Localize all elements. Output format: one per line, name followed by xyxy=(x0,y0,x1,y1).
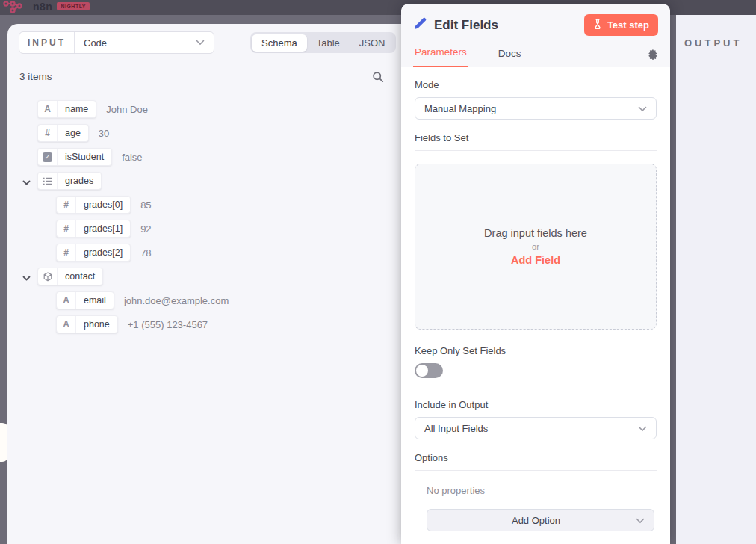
add-option-select[interactable]: Add Option xyxy=(427,509,654,531)
object-type-icon xyxy=(38,268,58,285)
tab-parameters[interactable]: Parameters xyxy=(413,46,468,67)
keep-only-set-fields-label: Keep Only Set Fields xyxy=(415,345,657,356)
search-icon[interactable] xyxy=(370,69,386,85)
tree-row: Aemailjohn.doe@example.com xyxy=(7,288,407,312)
nightly-badge: NIGHTLY xyxy=(57,2,90,10)
tab-docs[interactable]: Docs xyxy=(497,48,523,67)
dropzone-text: Drag input fields here xyxy=(484,227,587,239)
string-type-icon: A xyxy=(38,101,58,117)
input-source-select[interactable]: Code xyxy=(75,32,214,53)
node-settings-panel: Edit Fields Test step Parameters Docs Mo… xyxy=(401,4,670,544)
field-pill[interactable]: contact xyxy=(37,268,103,285)
number-type-icon: # xyxy=(57,244,76,261)
drag-fields-dropzone[interactable]: Drag input fields here or Add Field xyxy=(415,164,657,330)
mode-label: Mode xyxy=(415,79,657,90)
field-name: grades[2] xyxy=(76,244,130,261)
chevron-down-icon xyxy=(196,40,205,46)
field-value: john.doe@example.com xyxy=(124,295,229,306)
field-value: 78 xyxy=(140,247,151,259)
string-type-icon: A xyxy=(57,316,76,333)
collapse-chevron-icon[interactable] xyxy=(22,271,31,285)
field-value: 92 xyxy=(140,223,151,235)
node-parameters-body: Mode Manual Mapping Fields to Set Drag i… xyxy=(401,67,670,531)
input-panel: INPUT Code SchemaTableJSON 3 items Aname… xyxy=(7,24,407,544)
field-name: isStudent xyxy=(58,149,111,165)
field-pill[interactable]: #grades[2] xyxy=(56,244,131,262)
gear-icon[interactable] xyxy=(647,49,658,61)
field-name: grades[1] xyxy=(76,220,130,237)
collapse-chevron-icon[interactable] xyxy=(22,176,31,189)
field-pill[interactable]: grades xyxy=(37,172,102,190)
view-tab-schema[interactable]: Schema xyxy=(252,34,307,52)
number-type-icon: # xyxy=(57,197,76,213)
input-view-tabs: SchemaTableJSON xyxy=(250,32,396,53)
output-panel-label: OUTPUT xyxy=(684,37,742,49)
string-type-icon: A xyxy=(57,292,76,309)
test-step-button[interactable]: Test step xyxy=(584,14,658,36)
field-value: 85 xyxy=(140,200,151,211)
tree-row: contact xyxy=(7,265,407,288)
schema-tree: AnameJohn Doe#age30✓isStudentfalsegrades… xyxy=(7,97,407,336)
flask-icon xyxy=(593,19,602,31)
input-source-control: INPUT Code xyxy=(19,31,214,54)
tree-row: #grades[1]92 xyxy=(7,217,407,241)
n8n-logo-icon: n8n NIGHTLY xyxy=(3,1,90,13)
output-panel: OUTPUT xyxy=(676,15,756,544)
mode-value: Manual Mapping xyxy=(424,103,496,114)
pencil-icon xyxy=(413,16,427,34)
field-name: name xyxy=(58,101,96,117)
tree-row: #age30 xyxy=(7,121,407,145)
options-label: Options xyxy=(415,452,657,471)
field-pill[interactable]: Aphone xyxy=(56,315,118,333)
add-field-link[interactable]: Add Field xyxy=(511,254,560,266)
field-value: +1 (555) 123-4567 xyxy=(128,319,208,330)
field-value: 30 xyxy=(99,128,109,139)
test-step-label: Test step xyxy=(607,19,649,31)
fields-to-set-label: Fields to Set xyxy=(415,132,657,151)
field-name: grades xyxy=(58,173,101,189)
field-pill[interactable]: #age xyxy=(37,124,89,142)
tree-row: Aphone+1 (555) 123-4567 xyxy=(7,312,407,336)
input-source-value: Code xyxy=(84,37,107,49)
field-pill[interactable]: #grades[0] xyxy=(56,196,131,214)
field-pill[interactable]: #grades[1] xyxy=(56,220,131,238)
field-pill[interactable]: ✓isStudent xyxy=(37,148,112,166)
field-name: contact xyxy=(58,268,102,285)
field-name: email xyxy=(76,292,114,309)
mode-select[interactable]: Manual Mapping xyxy=(415,97,657,120)
dropzone-or-text: or xyxy=(532,242,539,251)
keep-only-set-fields-toggle[interactable] xyxy=(415,363,443,378)
node-panel-header: Edit Fields Test step Parameters Docs xyxy=(401,4,670,67)
tree-row: grades xyxy=(7,169,407,193)
add-option-label: Add Option xyxy=(436,515,636,526)
array-type-icon xyxy=(38,173,58,189)
view-tab-json[interactable]: JSON xyxy=(350,34,395,52)
options-empty-text: No properties xyxy=(427,485,657,496)
tree-row: ✓isStudentfalse xyxy=(7,145,407,169)
field-pill[interactable]: Aname xyxy=(37,100,96,118)
view-tab-table[interactable]: Table xyxy=(307,34,350,52)
logo-text: n8n xyxy=(33,1,52,13)
node-title: Edit Fields xyxy=(434,18,577,33)
chevron-down-icon xyxy=(638,423,647,434)
chevron-down-icon xyxy=(636,515,645,526)
chevron-down-icon xyxy=(638,103,647,114)
items-count: 3 items xyxy=(19,71,52,82)
number-type-icon: # xyxy=(38,125,58,141)
input-panel-label: INPUT xyxy=(19,32,75,53)
field-value: John Doe xyxy=(106,104,148,115)
include-in-output-value: All Input Fields xyxy=(424,423,488,434)
tree-row: AnameJohn Doe xyxy=(7,97,407,121)
tree-row: #grades[2]78 xyxy=(7,241,407,265)
field-name: grades[0] xyxy=(76,197,130,213)
field-name: age xyxy=(58,125,88,141)
include-in-output-label: Include in Output xyxy=(415,399,657,410)
boolean-type-icon: ✓ xyxy=(38,149,58,165)
tree-row: #grades[0]85 xyxy=(7,193,407,217)
field-value: false xyxy=(122,152,142,163)
include-in-output-select[interactable]: All Input Fields xyxy=(415,417,657,439)
field-name: phone xyxy=(76,316,117,333)
number-type-icon: # xyxy=(57,220,76,237)
field-pill[interactable]: Aemail xyxy=(56,291,114,309)
